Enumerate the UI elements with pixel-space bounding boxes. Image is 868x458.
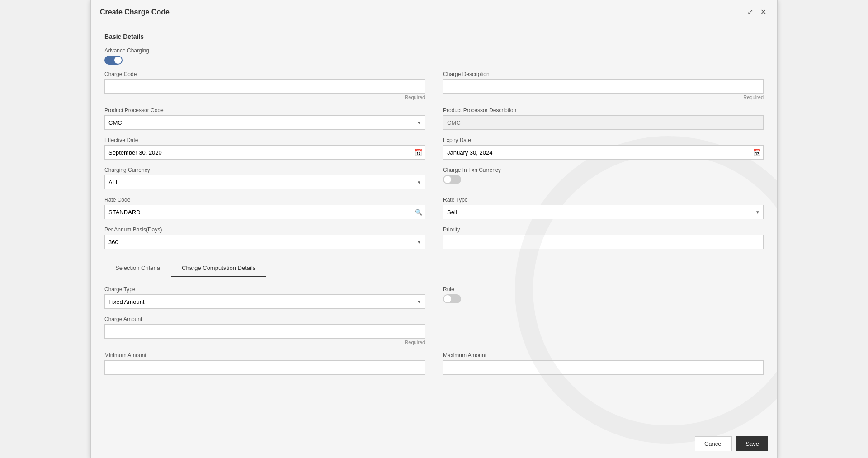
expiry-date-input[interactable] — [443, 145, 764, 160]
priority-input[interactable] — [443, 235, 764, 249]
rate-code-search-icon[interactable]: 🔍 — [415, 209, 422, 216]
tab-charge-computation-details[interactable]: Charge Computation Details — [171, 260, 266, 277]
charge-amount-group: Charge Amount Required — [104, 316, 425, 345]
product-processor-description-input — [443, 115, 764, 130]
tabs-container: Selection Criteria Charge Computation De… — [104, 260, 764, 277]
rule-slider — [443, 294, 461, 303]
per-annum-priority-row: Per Annum Basis(Days) 360 365 ▼ Priority — [104, 227, 764, 249]
minimum-amount-label: Minimum Amount — [104, 352, 425, 359]
product-processor-code-label: Product Processor Code — [104, 107, 425, 113]
charge-type-label: Charge Type — [104, 286, 425, 293]
charge-type-select[interactable]: Fixed Amount Percentage Flat Rate — [104, 294, 425, 309]
charge-in-txn-toggle[interactable] — [443, 175, 461, 184]
rate-row: Rate Code 🔍 Rate Type Sell Buy Mid ▼ — [104, 197, 764, 219]
expand-button[interactable]: ⤢ — [745, 7, 755, 17]
per-annum-basis-group: Per Annum Basis(Days) 360 365 ▼ — [104, 227, 425, 249]
cancel-button[interactable]: Cancel — [695, 436, 732, 451]
modal-footer: Cancel Save — [686, 430, 777, 458]
per-annum-basis-select-wrapper: 360 365 ▼ — [104, 235, 425, 249]
charge-code-group: Charge Code Required — [104, 71, 425, 100]
rate-code-group: Rate Code 🔍 — [104, 197, 425, 219]
charge-amount-spacer — [443, 316, 764, 345]
dates-row: Effective Date 📅 Expiry Date 📅 — [104, 137, 764, 160]
save-button[interactable]: Save — [736, 436, 768, 451]
maximum-amount-input[interactable] — [443, 360, 764, 375]
advance-charging-group: Advance Charging — [104, 47, 764, 65]
modal-body: Basic Details Advance Charging Charge Co… — [91, 24, 777, 400]
per-annum-basis-label: Per Annum Basis(Days) — [104, 227, 425, 233]
effective-date-label: Effective Date — [104, 137, 425, 143]
currency-row: Charging Currency ALL USD EUR ▼ Charge I… — [104, 167, 764, 189]
rule-group: Rule — [443, 286, 764, 309]
charge-description-group: Charge Description Required — [443, 71, 764, 100]
tab-selection-criteria[interactable]: Selection Criteria — [104, 260, 171, 277]
product-processor-description-group: Product Processor Description — [443, 107, 764, 130]
rate-code-search-wrapper: 🔍 — [104, 205, 425, 219]
product-processor-description-label: Product Processor Description — [443, 107, 764, 113]
modal-title: Create Charge Code — [100, 8, 170, 16]
priority-group: Priority — [443, 227, 764, 249]
product-processor-code-group: Product Processor Code CMC OTHER ▼ — [104, 107, 425, 130]
charge-code-input[interactable] — [104, 79, 425, 94]
expand-icon: ⤢ — [747, 8, 753, 16]
maximum-amount-label: Maximum Amount — [443, 352, 764, 359]
rate-type-select[interactable]: Sell Buy Mid — [443, 205, 764, 219]
charge-in-txn-slider — [443, 175, 461, 184]
charge-type-select-wrapper: Fixed Amount Percentage Flat Rate ▼ — [104, 294, 425, 309]
charging-currency-group: Charging Currency ALL USD EUR ▼ — [104, 167, 425, 189]
charge-computation-tab-content: Charge Type Fixed Amount Percentage Flat… — [104, 277, 764, 391]
charging-currency-select-wrapper: ALL USD EUR ▼ — [104, 175, 425, 189]
charge-amount-input[interactable] — [104, 324, 425, 339]
min-max-amount-row: Minimum Amount Maximum Amount — [104, 352, 764, 375]
product-processor-row: Product Processor Code CMC OTHER ▼ Produ… — [104, 107, 764, 130]
rate-code-input[interactable] — [104, 205, 425, 219]
charge-amount-label: Charge Amount — [104, 316, 425, 322]
close-icon: ✕ — [760, 8, 766, 16]
expiry-date-label: Expiry Date — [443, 137, 764, 143]
minimum-amount-group: Minimum Amount — [104, 352, 425, 375]
charge-description-required: Required — [443, 94, 764, 100]
close-button[interactable]: ✕ — [759, 7, 768, 17]
charge-type-rule-row: Charge Type Fixed Amount Percentage Flat… — [104, 286, 764, 309]
charge-in-txn-currency-group: Charge In Txn Currency — [443, 167, 764, 189]
expiry-date-calendar-icon[interactable]: 📅 — [753, 149, 761, 156]
charge-code-row: Charge Code Required Charge Description … — [104, 71, 764, 100]
charge-in-txn-toggle-container — [443, 175, 764, 184]
rate-type-group: Rate Type Sell Buy Mid ▼ — [443, 197, 764, 219]
advance-charging-toggle-container — [104, 56, 764, 65]
basic-details-title: Basic Details — [104, 33, 764, 40]
effective-date-group: Effective Date 📅 — [104, 137, 425, 160]
expiry-date-wrapper: 📅 — [443, 145, 764, 160]
per-annum-basis-select[interactable]: 360 365 — [104, 235, 425, 249]
charging-currency-select[interactable]: ALL USD EUR — [104, 175, 425, 189]
advance-charging-label: Advance Charging — [104, 47, 764, 54]
maximum-amount-group: Maximum Amount — [443, 352, 764, 375]
tabs: Selection Criteria Charge Computation De… — [104, 260, 764, 277]
header-actions: ⤢ ✕ — [745, 7, 768, 17]
charge-amount-row: Charge Amount Required — [104, 316, 764, 345]
product-processor-code-select[interactable]: CMC OTHER — [104, 115, 425, 130]
charge-type-group: Charge Type Fixed Amount Percentage Flat… — [104, 286, 425, 309]
advance-charging-slider — [104, 56, 123, 65]
charge-in-txn-currency-label: Charge In Txn Currency — [443, 167, 764, 173]
create-charge-code-modal: Create Charge Code ⤢ ✕ Basic Details Adv… — [90, 0, 778, 458]
charge-code-label: Charge Code — [104, 71, 425, 77]
minimum-amount-input[interactable] — [104, 360, 425, 375]
rate-code-label: Rate Code — [104, 197, 425, 203]
charging-currency-label: Charging Currency — [104, 167, 425, 173]
charge-description-input[interactable] — [443, 79, 764, 94]
advance-charging-toggle[interactable] — [104, 56, 123, 65]
rule-label: Rule — [443, 286, 764, 293]
effective-date-input[interactable] — [104, 145, 425, 160]
effective-date-wrapper: 📅 — [104, 145, 425, 160]
effective-date-calendar-icon[interactable]: 📅 — [415, 149, 422, 156]
product-processor-code-select-wrapper: CMC OTHER ▼ — [104, 115, 425, 130]
modal-header: Create Charge Code ⤢ ✕ — [91, 0, 777, 24]
priority-label: Priority — [443, 227, 764, 233]
charge-description-label: Charge Description — [443, 71, 764, 77]
expiry-date-group: Expiry Date 📅 — [443, 137, 764, 160]
rule-toggle[interactable] — [443, 294, 461, 303]
charge-code-required: Required — [104, 94, 425, 100]
rate-type-label: Rate Type — [443, 197, 764, 203]
rule-toggle-container — [443, 294, 764, 303]
